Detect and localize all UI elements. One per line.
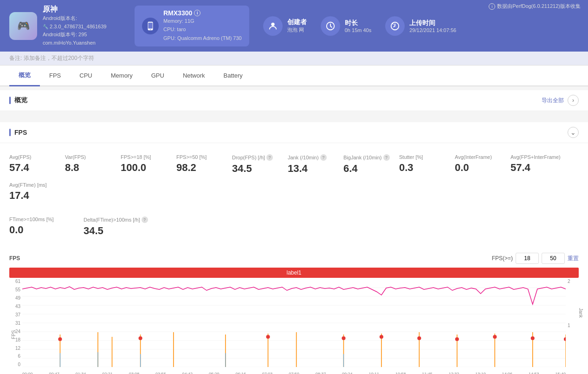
device-section: RMX3300 i Memory: 11G CPU: taro GPU: Qua… bbox=[135, 6, 249, 46]
clock-icon bbox=[325, 21, 336, 31]
stat-fps-interframe-label: Avg(FPS+InterFrame) bbox=[510, 154, 561, 160]
device-info: RMX3300 i Memory: 11G CPU: taro GPU: Qua… bbox=[163, 9, 242, 43]
upload-section: 上传时间 29/12/2021 14:07:56 bbox=[385, 16, 456, 36]
divider bbox=[0, 115, 588, 118]
jank-help[interactable]: ? bbox=[320, 154, 327, 161]
person-icon bbox=[268, 21, 278, 31]
app-icon: 🎮 bbox=[9, 12, 37, 40]
delta-ftime-help[interactable]: ? bbox=[142, 217, 148, 223]
bigjank-help[interactable]: ? bbox=[383, 154, 390, 161]
svg-point-35 bbox=[342, 336, 345, 340]
drop-fps-help[interactable]: ? bbox=[266, 154, 273, 161]
jank-y-label: Jank bbox=[578, 308, 583, 318]
history-icon bbox=[390, 21, 400, 31]
stat-var-fps-value: 8.8 bbox=[65, 162, 113, 174]
duration-value: 0h 15m 40s bbox=[345, 27, 371, 33]
fps-collapse-button[interactable]: ⌄ bbox=[568, 127, 579, 138]
fps-section: FPS ⌄ Avg(FPS) 57.4 Var(FPS) 8.8 FPS>=18… bbox=[0, 122, 588, 374]
stat-stutter-label: Stutter [%] bbox=[399, 154, 447, 160]
stat-jank-value: 13.4 bbox=[288, 163, 336, 175]
device-gpu: GPU: Qualcomm Adreno (TM) 730 bbox=[163, 34, 242, 43]
info-icon: i bbox=[489, 3, 495, 10]
stat-stutter-value: 0.3 bbox=[399, 162, 447, 174]
stat-fps-gte50: FPS>=50 [%] 98.2 bbox=[176, 151, 232, 178]
export-button[interactable]: 导出全部 bbox=[542, 97, 564, 105]
stat-ftime-100ms-label: FTime>=100ms [%] bbox=[9, 217, 58, 222]
fps-stats-row2: FTime>=100ms [%] 0.0 Delta(FTime)>100ms … bbox=[0, 213, 588, 248]
creator-value: 泡泡 网 bbox=[287, 26, 307, 33]
stat-ftime-100ms: FTime>=100ms [%] 0.0 bbox=[9, 213, 65, 241]
stat-fps-gte18-label: FPS>=18 [%] bbox=[121, 154, 169, 160]
fps-controls: FPS(>=) 重置 bbox=[492, 253, 579, 264]
stat-avg-fps-value: 57.4 bbox=[9, 162, 58, 174]
content: 概览 导出全部 › FPS ⌄ Avg(FPS) 57.4 bbox=[0, 90, 588, 374]
fps-actions: ⌄ bbox=[568, 127, 579, 138]
app-info: 🎮 原神 Android版本名: 🔧 2.3.0_4786731_4861639… bbox=[9, 5, 121, 47]
overview-header: 概览 导出全部 › bbox=[0, 90, 588, 111]
upload-icon bbox=[385, 16, 405, 36]
svg-point-2 bbox=[150, 29, 151, 30]
tab-fps[interactable]: FPS bbox=[40, 66, 70, 86]
app-meta: Android版本名: 🔧 2.3.0_4786731_4861639 Andr… bbox=[43, 14, 106, 47]
svg-point-3 bbox=[271, 22, 274, 26]
stat-drop-fps: Drop(FPS) [/h] ? 34.5 bbox=[232, 151, 288, 178]
stat-fps-gte18: FPS>=18 [%] 100.0 bbox=[121, 151, 176, 178]
stat-avg-fps-label: Avg(FPS) bbox=[9, 154, 58, 160]
stat-ftime-label: Avg(FTime) [ms] bbox=[9, 182, 58, 188]
stat-interframe-label: Avg(InterFrame) bbox=[455, 154, 503, 160]
tab-gpu[interactable]: GPU bbox=[142, 66, 174, 86]
stat-var-fps: Var(FPS) 8.8 bbox=[65, 151, 121, 178]
upload-info: 上传时间 29/12/2021 14:07:56 bbox=[409, 19, 456, 33]
tab-network[interactable]: Network bbox=[174, 66, 214, 86]
duration-icon bbox=[321, 16, 340, 36]
stat-drop-fps-value: 34.5 bbox=[232, 163, 280, 175]
stat-bigjank: BigJank (/10min) ? 6.4 bbox=[343, 151, 399, 178]
svg-rect-1 bbox=[148, 22, 152, 28]
stat-ftime-value: 17.4 bbox=[9, 190, 58, 202]
stat-fps-gte18-value: 100.0 bbox=[121, 162, 169, 174]
y-axis-right: 2 1 bbox=[566, 279, 579, 367]
fps-label-banner: label1 bbox=[9, 268, 579, 278]
svg-point-40 bbox=[531, 336, 535, 340]
svg-point-32 bbox=[58, 337, 62, 341]
reset-button[interactable]: 重置 bbox=[568, 255, 579, 262]
upload-value: 29/12/2021 14:07:56 bbox=[409, 27, 456, 33]
y-axis-fps-label: FPS bbox=[11, 330, 16, 339]
stat-var-fps-label: Var(FPS) bbox=[65, 154, 113, 160]
stat-fps-interframe: Avg(FPS+InterFrame) 57.4 bbox=[510, 151, 568, 178]
upload-label: 上传时间 bbox=[409, 19, 456, 27]
duration-label: 时长 bbox=[345, 19, 371, 27]
tab-memory[interactable]: Memory bbox=[102, 66, 142, 86]
svg-point-36 bbox=[380, 335, 383, 339]
stat-delta-ftime: Delta(FTime)>100ms [/h] ? 34.5 bbox=[84, 213, 155, 241]
stat-jank-label: Jank (/10min) ? bbox=[288, 154, 336, 161]
x-axis-labels: 00:00 00:47 01:34 02:21 03:08 03:55 04:4… bbox=[22, 372, 566, 374]
fps-gte-label: FPS(>=) bbox=[492, 255, 513, 262]
svg-point-38 bbox=[455, 337, 459, 341]
stat-fps-gte50-value: 98.2 bbox=[176, 162, 225, 174]
note-bar[interactable]: 备注: 添加备注，不超过200个字符 bbox=[0, 52, 588, 66]
creator-icon bbox=[263, 16, 283, 36]
version-notice: i 数据由PerfDog(6.0.211212)版本收集 bbox=[489, 3, 581, 10]
duration-info: 时长 0h 15m 40s bbox=[345, 19, 371, 33]
device-name: RMX3300 i bbox=[163, 9, 242, 17]
svg-point-37 bbox=[417, 336, 421, 340]
chart-header: FPS FPS(>=) 重置 bbox=[9, 253, 579, 264]
chart-label: FPS bbox=[9, 255, 20, 262]
stat-delta-ftime-value: 34.5 bbox=[84, 225, 148, 237]
fps-input-18[interactable] bbox=[516, 253, 539, 264]
overview-title: 概览 bbox=[9, 96, 27, 105]
fps-input-50[interactable] bbox=[542, 253, 565, 264]
svg-point-39 bbox=[493, 335, 497, 339]
app-details: 原神 Android版本名: 🔧 2.3.0_4786731_4861639 A… bbox=[43, 5, 106, 47]
overview-actions: 导出全部 › bbox=[542, 95, 579, 106]
fps-chart-container: FPS FPS(>=) 重置 label1 61 55 bbox=[0, 248, 588, 374]
collapse-button[interactable]: › bbox=[568, 95, 579, 106]
device-memory: Memory: 11G bbox=[163, 17, 242, 26]
tab-cpu[interactable]: CPU bbox=[70, 66, 101, 86]
nav-tabs: 概览 FPS CPU Memory GPU Network Battery bbox=[0, 66, 588, 86]
fps-chart: 61 55 49 43 37 31 24 18 12 6 0 FPS bbox=[9, 279, 579, 374]
tab-overview[interactable]: 概览 bbox=[9, 66, 40, 86]
creator-section: 创建者 泡泡 网 bbox=[263, 16, 307, 36]
tab-battery[interactable]: Battery bbox=[214, 66, 252, 86]
